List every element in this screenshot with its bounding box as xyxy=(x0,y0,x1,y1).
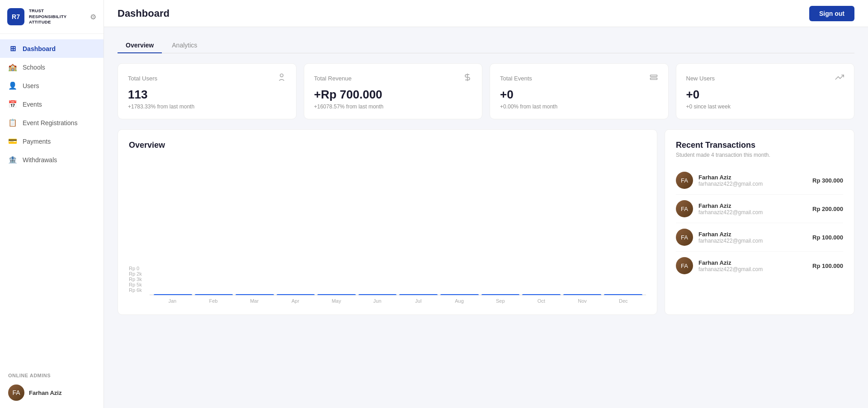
bottom-row: Overview Rp 6k Rp 5k Rp 3k Rp 2k Rp 0 xyxy=(118,129,854,315)
bar xyxy=(440,294,479,295)
stat-change: +0.00% from last month xyxy=(500,103,658,110)
svg-rect-2 xyxy=(650,75,657,76)
x-label: Jul xyxy=(399,298,438,304)
txn-email: farhanaziz422@gmail.com xyxy=(698,238,807,244)
x-label: Jun xyxy=(358,298,396,304)
bar-column xyxy=(154,294,192,295)
tab-overview[interactable]: Overview xyxy=(118,38,162,53)
content-area: Overview Analytics Total Users 113 +1783… xyxy=(104,27,868,408)
sign-out-button[interactable]: Sign out xyxy=(809,6,854,21)
sidebar-item-users[interactable]: 👤 Users xyxy=(0,76,104,95)
sidebar-item-schools[interactable]: 🏫 Schools xyxy=(0,58,104,76)
x-label: Aug xyxy=(440,298,479,304)
bar xyxy=(481,294,520,295)
txn-avatar: FA xyxy=(676,172,693,189)
txn-amount: Rp 100.000 xyxy=(812,263,843,269)
revenue-stat-icon xyxy=(463,73,472,84)
x-label: Sep xyxy=(481,298,519,304)
transactions-card: Recent Transactions Student made 4 trans… xyxy=(665,129,854,315)
bar xyxy=(522,294,561,295)
y-label: Rp 6k xyxy=(129,287,145,293)
stat-card-total-revenue: Total Revenue +Rp 700.000 +16078.57% fro… xyxy=(304,63,483,119)
stat-label: Total Events xyxy=(500,75,532,82)
avatar: FA xyxy=(8,385,24,401)
schools-icon: 🏫 xyxy=(8,63,17,71)
x-label: Apr xyxy=(276,298,315,304)
transaction-item: FA Farhan Aziz farhanaziz422@gmail.com R… xyxy=(676,252,843,280)
admin-item: FA Farhan Aziz xyxy=(0,381,104,408)
logo-icon: R7 xyxy=(7,8,24,25)
txn-name: Farhan Aziz xyxy=(698,202,807,209)
bar xyxy=(195,294,233,295)
txn-avatar: FA xyxy=(676,229,693,246)
bar-column xyxy=(195,294,233,295)
sidebar: R7 TRUSTRESPONSIBILITYATTITUDE ⚙ ⊞ Dashb… xyxy=(0,0,104,408)
stat-card-header: Total Events xyxy=(500,73,658,84)
txn-avatar: FA xyxy=(676,257,693,274)
sidebar-item-label: Withdrawals xyxy=(23,156,57,164)
x-label: Nov xyxy=(563,298,602,304)
bar xyxy=(399,294,438,295)
txn-name: Farhan Aziz xyxy=(698,174,807,181)
sidebar-item-withdrawals[interactable]: 🏦 Withdrawals xyxy=(0,150,104,169)
bar-column xyxy=(440,294,479,295)
sidebar-item-label: Dashboard xyxy=(23,45,56,52)
txn-amount: Rp 200.000 xyxy=(812,206,843,212)
settings-button[interactable]: ⚙ xyxy=(90,13,96,21)
stat-label: Total Users xyxy=(128,75,157,82)
txn-info: Farhan Aziz farhanaziz422@gmail.com xyxy=(698,174,807,187)
bar-column xyxy=(359,294,397,295)
topbar: Dashboard Sign out xyxy=(104,0,868,27)
admin-name: Farhan Aziz xyxy=(29,389,61,396)
online-admins-label: Online Admins xyxy=(0,368,104,381)
stat-value: +0 xyxy=(686,88,844,102)
dashboard-icon: ⊞ xyxy=(8,44,17,53)
withdrawals-icon: 🏦 xyxy=(8,155,17,164)
txn-email: farhanaziz422@gmail.com xyxy=(698,209,807,216)
txn-email: farhanaziz422@gmail.com xyxy=(698,266,807,272)
users-stat-icon xyxy=(277,73,286,84)
svg-rect-3 xyxy=(650,78,657,80)
x-labels: JanFebMarAprMayJunJulAugSepOctNovDec xyxy=(150,295,646,304)
payments-icon: 💳 xyxy=(8,137,17,145)
sidebar-item-events[interactable]: 📅 Events xyxy=(0,95,104,113)
bar-column xyxy=(277,294,315,295)
event-registrations-icon: 📋 xyxy=(8,118,17,127)
stat-card-total-events: Total Events +0 +0.00% from last month xyxy=(490,63,669,119)
events-icon: 📅 xyxy=(8,100,17,108)
new-users-stat-icon xyxy=(835,73,844,84)
tab-bar: Overview Analytics xyxy=(118,38,854,53)
sidebar-item-event-registrations[interactable]: 📋 Event Registrations xyxy=(0,113,104,132)
stat-card-header: New Users xyxy=(686,73,844,84)
x-label: Jan xyxy=(153,298,192,304)
bar-chart: Rp 6k Rp 5k Rp 3k Rp 2k Rp 0 xyxy=(129,159,646,304)
transactions-title: Recent Transactions xyxy=(676,141,843,150)
transaction-item: FA Farhan Aziz farhanaziz422@gmail.com R… xyxy=(676,166,843,195)
y-axis: Rp 6k Rp 5k Rp 3k Rp 2k Rp 0 xyxy=(129,266,150,304)
sidebar-item-payments[interactable]: 💳 Payments xyxy=(0,132,104,150)
stat-value: +0 xyxy=(500,88,658,102)
txn-email: farhanaziz422@gmail.com xyxy=(698,181,807,187)
bar xyxy=(317,294,356,295)
bar xyxy=(277,294,315,295)
overview-chart-card: Overview Rp 6k Rp 5k Rp 3k Rp 2k Rp 0 xyxy=(118,129,657,315)
sidebar-item-label: Users xyxy=(23,82,39,89)
stat-card-total-users: Total Users 113 +1783.33% from last mont… xyxy=(118,63,297,119)
tab-analytics[interactable]: Analytics xyxy=(164,38,205,53)
sidebar-logo: R7 TRUSTRESPONSIBILITYATTITUDE ⚙ xyxy=(0,0,104,34)
stat-card-header: Total Revenue xyxy=(314,73,472,84)
txn-info: Farhan Aziz farhanaziz422@gmail.com xyxy=(698,202,807,216)
bar xyxy=(359,294,397,295)
stat-card-new-users: New Users +0 +0 since last week xyxy=(676,63,855,119)
chart-title: Overview xyxy=(129,141,646,150)
bar xyxy=(604,294,642,295)
bar-column xyxy=(317,294,356,295)
logo-text: TRUSTRESPONSIBILITYATTITUDE xyxy=(29,8,66,25)
txn-avatar: FA xyxy=(676,200,693,217)
sidebar-nav: ⊞ Dashboard 🏫 Schools 👤 Users 📅 Events 📋… xyxy=(0,34,104,368)
bar xyxy=(236,294,274,295)
main-content: Dashboard Sign out Overview Analytics To… xyxy=(104,0,868,408)
sidebar-item-dashboard[interactable]: ⊞ Dashboard xyxy=(0,39,104,58)
x-label: May xyxy=(317,298,356,304)
svg-point-0 xyxy=(280,74,283,77)
